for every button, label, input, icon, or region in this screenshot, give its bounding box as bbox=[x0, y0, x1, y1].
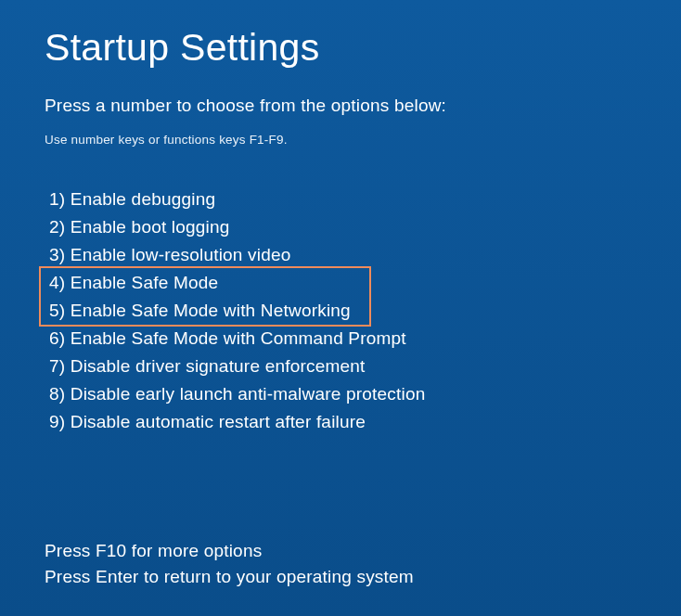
option-3[interactable]: 3) Enable low-resolution video bbox=[45, 241, 636, 269]
option-7[interactable]: 7) Disable driver signature enforcement bbox=[45, 353, 636, 380]
option-4[interactable]: 4) Enable Safe Mode bbox=[45, 269, 636, 297]
footer-return: Press Enter to return to your operating … bbox=[45, 564, 636, 590]
footer-more-options: Press F10 for more options bbox=[45, 538, 636, 564]
options-list: 1) Enable debugging 2) Enable boot loggi… bbox=[45, 186, 636, 436]
hint-text: Use number keys or functions keys F1-F9. bbox=[45, 133, 636, 147]
option-1[interactable]: 1) Enable debugging bbox=[45, 186, 636, 213]
option-9[interactable]: 9) Disable automatic restart after failu… bbox=[45, 408, 636, 436]
option-6[interactable]: 6) Enable Safe Mode with Command Prompt bbox=[45, 325, 636, 353]
option-2[interactable]: 2) Enable boot logging bbox=[45, 213, 636, 241]
footer: Press F10 for more options Press Enter t… bbox=[45, 538, 636, 590]
subtitle: Press a number to choose from the option… bbox=[45, 96, 636, 116]
option-5[interactable]: 5) Enable Safe Mode with Networking bbox=[45, 297, 636, 325]
page-title: Startup Settings bbox=[45, 26, 636, 70]
option-8[interactable]: 8) Disable early launch anti-malware pro… bbox=[45, 380, 636, 408]
startup-settings-screen: Startup Settings Press a number to choos… bbox=[0, 0, 681, 590]
